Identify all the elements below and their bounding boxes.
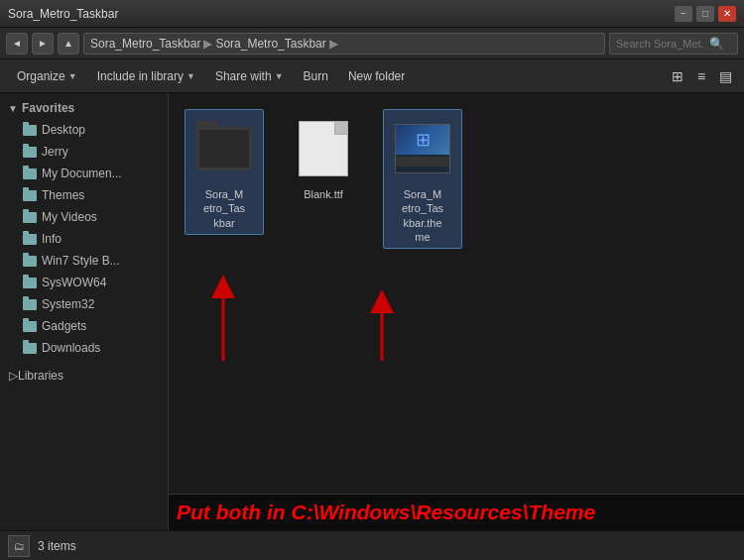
share-with-button[interactable]: Share with ▼: [206, 65, 293, 87]
favorites-header[interactable]: ▼ Favorites: [0, 97, 168, 119]
share-arrow: ▼: [275, 71, 284, 81]
file-item-sora-metro-taskbar[interactable]: Sora_Metro_Taskbar: [185, 109, 264, 235]
sidebar-item-system32[interactable]: System32: [0, 293, 168, 315]
breadcrumb-end-arrow: ▶: [329, 37, 338, 51]
folder-icon: [23, 256, 37, 267]
sidebar-item-label: Jerry: [42, 145, 68, 159]
status-icon: 🗂: [8, 535, 30, 557]
sidebar-libraries-header[interactable]: ▷ Libraries: [0, 365, 168, 387]
file-item-blank-ttf[interactable]: Blank.ttf: [284, 109, 363, 206]
file-item-sora-metro-theme[interactable]: ⊞ Sora_Metro_Taskbar.theme: [383, 109, 462, 249]
sidebar-item-label: SysWOW64: [42, 276, 106, 289]
folder-inner: [199, 130, 249, 168]
sidebar-item-label: Info: [42, 232, 62, 246]
main-layout: ▼ Favorites Desktop Jerry My Documen... …: [0, 93, 744, 530]
favorites-chevron: ▼: [8, 103, 18, 114]
forward-button[interactable]: ►: [32, 33, 54, 55]
breadcrumb-item-current: Sora_Metro_Taskbar: [215, 37, 325, 51]
sidebar-item-label: My Videos: [42, 210, 97, 224]
folder-icon: [23, 125, 37, 136]
ttf-file-icon: [299, 121, 348, 176]
red-banner: Put both in C:\Windows\Resources\Theme: [169, 494, 744, 530]
maximize-button[interactable]: □: [696, 6, 714, 22]
sidebar-item-label: Gadgets: [42, 319, 86, 333]
new-folder-label: New folder: [348, 69, 405, 83]
folder-icon: [23, 168, 37, 179]
sidebar-item-info[interactable]: Info: [0, 228, 168, 250]
file-icon-area: [189, 114, 259, 183]
up-button[interactable]: ▲: [58, 33, 79, 55]
folder-icon: [23, 299, 37, 310]
close-button[interactable]: ✕: [718, 6, 736, 22]
sidebar-item-label: Win7 Style B...: [42, 254, 120, 268]
status-bar: 🗂 3 items: [0, 530, 744, 560]
view-detail-button[interactable]: ▤: [714, 65, 736, 87]
title-bar: Sora_Metro_Taskbar − □ ✕: [0, 0, 744, 28]
organize-label: Organize: [17, 69, 65, 83]
folder-icon-big: [196, 127, 252, 170]
theme-preview: ⊞: [396, 125, 449, 155]
file-label: Sora_Metro_Taskbar: [203, 187, 245, 230]
minimize-button[interactable]: −: [675, 6, 692, 22]
share-with-label: Share with: [215, 69, 272, 83]
window-controls: − □ ✕: [675, 6, 736, 22]
view-list-button[interactable]: ≡: [690, 65, 712, 87]
include-in-library-label: Include in library: [97, 69, 184, 83]
burn-label: Burn: [304, 69, 328, 83]
sidebar-item-gadgets[interactable]: Gadgets: [0, 315, 168, 337]
sidebar-item-label: Downloads: [42, 341, 100, 355]
libraries-chevron: ▷: [9, 369, 18, 383]
folder-icon: [23, 212, 37, 223]
favorites-label: Favorites: [22, 101, 74, 115]
folder-icon: [23, 321, 37, 332]
include-in-library-button[interactable]: Include in library ▼: [88, 65, 204, 87]
folder-icon: [23, 343, 37, 354]
libraries-label: Libraries: [18, 369, 63, 383]
breadcrumb-separator: ▶: [203, 37, 212, 51]
sidebar-item-win7-style[interactable]: Win7 Style B...: [0, 250, 168, 272]
new-folder-button[interactable]: New folder: [339, 65, 414, 87]
view-grid-button[interactable]: ⊞: [667, 65, 688, 87]
folder-icon: [23, 147, 37, 158]
sidebar-item-my-videos[interactable]: My Videos: [0, 206, 168, 228]
sidebar-item-syswow64[interactable]: SysWOW64: [0, 272, 168, 293]
toolbar: Organize ▼ Include in library ▼ Share wi…: [0, 59, 744, 93]
organize-arrow: ▼: [68, 71, 77, 81]
back-button[interactable]: ◄: [6, 33, 28, 55]
file-icon-area: [289, 114, 358, 183]
content-area: Sora_Metro_Taskbar Blank.ttf ⊞: [169, 93, 744, 530]
sidebar: ▼ Favorites Desktop Jerry My Documen... …: [0, 93, 169, 530]
window-title: Sora_Metro_Taskbar: [8, 7, 118, 21]
search-bar[interactable]: 🔍: [609, 33, 738, 55]
sidebar-item-label: Desktop: [42, 123, 85, 137]
include-arrow: ▼: [186, 71, 195, 81]
theme-file-icon: ⊞: [395, 124, 450, 173]
sidebar-item-label: System32: [42, 297, 94, 311]
view-controls: ⊞ ≡ ▤: [667, 65, 736, 87]
folder-icon: [23, 190, 37, 201]
sidebar-item-my-documents[interactable]: My Documen...: [0, 163, 168, 184]
file-icon-area: ⊞: [388, 114, 457, 183]
file-grid: Sora_Metro_Taskbar Blank.ttf ⊞: [169, 93, 744, 265]
windows-logo: ⊞: [416, 129, 431, 151]
sidebar-item-label: Themes: [42, 188, 84, 202]
red-banner-text: Put both in C:\Windows\Resources\Theme: [177, 501, 595, 523]
sidebar-item-label: My Documen...: [42, 167, 122, 180]
sidebar-item-desktop[interactable]: Desktop: [0, 119, 168, 141]
burn-button[interactable]: Burn: [295, 65, 337, 87]
address-bar: ◄ ► ▲ Sora_Metro_Taskbar ▶ Sora_Metro_Ta…: [0, 28, 744, 59]
status-item-count: 3 items: [38, 539, 76, 553]
theme-taskbar: [396, 157, 449, 167]
address-path[interactable]: Sora_Metro_Taskbar ▶ Sora_Metro_Taskbar …: [83, 33, 605, 55]
organize-button[interactable]: Organize ▼: [8, 65, 86, 87]
search-input[interactable]: [616, 38, 705, 50]
sidebar-item-jerry[interactable]: Jerry: [0, 141, 168, 163]
breadcrumb-item: Sora_Metro_Taskbar: [90, 37, 200, 51]
folder-icon: [23, 278, 37, 288]
folder-icon: [23, 234, 37, 245]
sidebar-item-themes[interactable]: Themes: [0, 184, 168, 206]
file-label: Blank.ttf: [304, 187, 343, 201]
search-icon: 🔍: [709, 37, 724, 51]
file-label: Sora_Metro_Taskbar.theme: [402, 187, 443, 244]
sidebar-item-downloads[interactable]: Downloads: [0, 337, 168, 359]
